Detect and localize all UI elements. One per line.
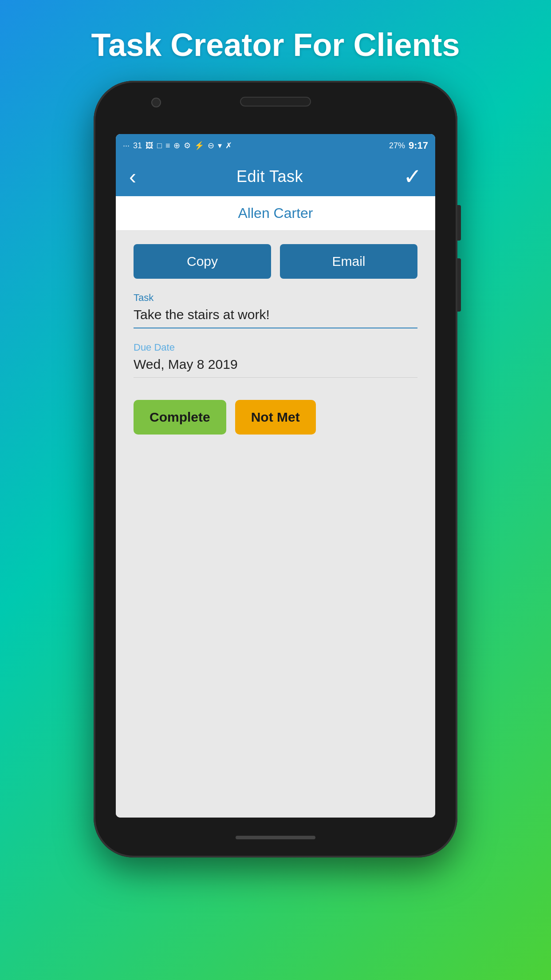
no-sim-icon: ✗: [225, 141, 232, 150]
due-date-value[interactable]: Wed, May 8 2019: [134, 357, 417, 378]
toolbar: ‹ Edit Task ✓: [116, 157, 435, 196]
due-date-label: Due Date: [134, 342, 417, 353]
wifi-icon: ▾: [218, 141, 222, 150]
globe-icon: ⊕: [173, 141, 180, 150]
dots-icon: ⚙: [184, 141, 191, 150]
calendar-icon: 31: [133, 141, 142, 150]
copy-button[interactable]: Copy: [134, 244, 271, 279]
earpiece-speaker: [240, 97, 311, 107]
battery-percent: 27%: [389, 141, 405, 150]
gallery-icon: 🖼: [146, 141, 153, 150]
complete-button[interactable]: Complete: [134, 400, 226, 435]
action-buttons-row: Copy Email: [134, 244, 417, 279]
news-icon: ≡: [165, 141, 170, 150]
save-check-button[interactable]: ✓: [403, 164, 422, 190]
notification-dots-icon: ···: [123, 141, 130, 150]
phone-screen: ··· 31 🖼 □ ≡ ⊕ ⚙ ⚡ ⊖ ▾ ✗ 27% 9:17 ‹ Edit…: [116, 134, 435, 818]
client-name-bar: Allen Carter: [116, 196, 435, 231]
front-camera: [151, 98, 161, 107]
status-bar: ··· 31 🖼 □ ≡ ⊕ ⚙ ⚡ ⊖ ▾ ✗ 27% 9:17: [116, 134, 435, 157]
back-button[interactable]: ‹: [129, 166, 136, 187]
status-icons-right: 27% 9:17: [389, 140, 428, 151]
status-icons-left: ··· 31 🖼 □ ≡ ⊕ ⚙ ⚡ ⊖ ▾ ✗: [123, 141, 232, 150]
not-met-button[interactable]: Not Met: [235, 400, 316, 435]
app-title: Task Creator For Clients: [91, 27, 460, 63]
bluetooth-icon: ⚡: [194, 141, 204, 150]
home-indicator: [236, 836, 315, 839]
task-field-value[interactable]: Take the stairs at work!: [134, 307, 417, 328]
email-button[interactable]: Email: [280, 244, 417, 279]
mute-icon: ⊖: [208, 141, 214, 150]
phone-frame: ··· 31 🖼 □ ≡ ⊕ ⚙ ⚡ ⊖ ▾ ✗ 27% 9:17 ‹ Edit…: [94, 81, 457, 858]
power-button: [457, 205, 461, 241]
client-name: Allen Carter: [129, 205, 422, 221]
phone-top-hardware: [94, 81, 457, 134]
status-buttons-row: Complete Not Met: [134, 400, 417, 435]
phone-bottom: [236, 818, 315, 858]
status-time: 9:17: [409, 140, 428, 151]
volume-button: [457, 258, 461, 312]
task-field-label: Task: [134, 292, 417, 304]
toolbar-title: Edit Task: [236, 167, 303, 186]
content-area: Copy Email Task Take the stairs at work!…: [116, 231, 435, 818]
square-icon: □: [157, 141, 162, 150]
app-title-section: Task Creator For Clients: [91, 0, 460, 81]
